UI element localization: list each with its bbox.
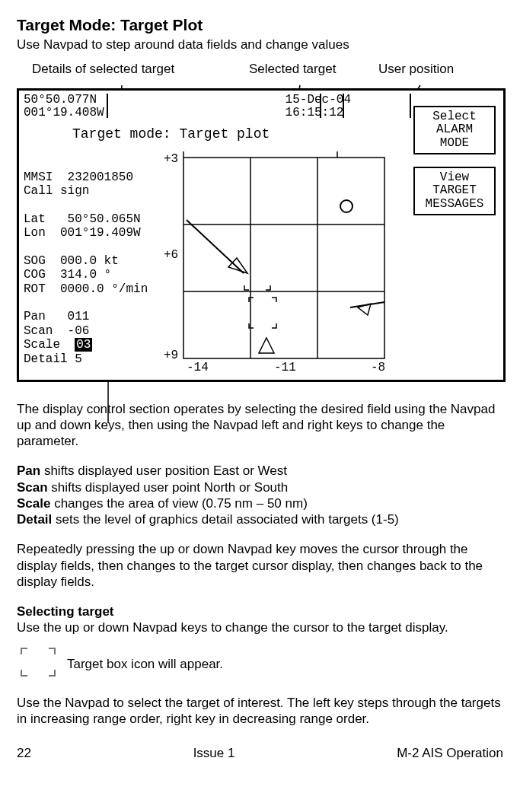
- screen-mode-title: Target mode: Target plot: [72, 126, 270, 143]
- xlabel: -11: [274, 361, 296, 372]
- selected-target-bracket-icon: [249, 298, 276, 328]
- paragraph: The display control section operates by …: [17, 401, 503, 450]
- scan-term: Scan: [17, 480, 48, 495]
- paragraph: Use the up or down Navpad keys to change…: [17, 619, 503, 635]
- divider: [107, 94, 108, 118]
- svg-rect-4: [183, 158, 384, 358]
- paragraph: Use the Navpad to select the target of i…: [17, 695, 503, 728]
- scale-label: Scale: [24, 338, 75, 352]
- view-target-messages-button[interactable]: View TARGET MESSAGES: [413, 167, 496, 216]
- callout-row: Details of selected target Selected targ…: [17, 61, 503, 84]
- target-plot-area: +3 +6 +9 -14 -11 -8: [164, 151, 392, 365]
- target-vessel-icon: [228, 258, 247, 273]
- scale-line[interactable]: Scale 03: [24, 338, 92, 352]
- device-screen: 50°50.077N 001°19.408W 15-Dec-04 16:15:1…: [17, 88, 506, 382]
- issue-number: Issue 1: [193, 745, 235, 761]
- definitions-block: Pan shifts displayed user position East …: [17, 463, 503, 527]
- ylabel: +3: [164, 152, 178, 166]
- plot-svg: +3 +6 +9 -14 -11 -8: [164, 151, 392, 372]
- screen-datetime: 15-Dec-04 16:15:12: [286, 94, 351, 120]
- page-number: 22: [17, 745, 31, 761]
- page-subtitle: Use Navpad to step around data fields an…: [17, 37, 503, 53]
- sog-line: SOG 000.0 kt: [24, 254, 119, 268]
- screen-container: 50°50.077N 001°19.408W 15-Dec-04 16:15:1…: [17, 88, 503, 382]
- rot-line: ROT 0000.0 °/min: [24, 282, 148, 296]
- target-details-panel: MMSI 232001850 Call sign Lat 50°50.065N …: [24, 170, 148, 366]
- callout-selected: Selected target: [249, 61, 336, 77]
- detail-desc: sets the level of graphics detail associ…: [52, 512, 398, 527]
- scan-line[interactable]: Scan -06: [24, 324, 89, 338]
- target-lon-line: Lon 001°19.409W: [24, 226, 141, 240]
- user-position-icon: [340, 200, 353, 212]
- target-lat-line: Lat 50°50.065N: [24, 212, 141, 226]
- target-vessel-icon: [259, 338, 274, 353]
- xlabel: -8: [371, 361, 385, 372]
- screen-position: 50°50.077N 001°19.408W: [24, 94, 104, 120]
- page-title: Target Mode: Target Plot: [17, 15, 503, 35]
- paragraph: Repeatedly pressing the up or down Navpa…: [17, 541, 503, 590]
- xlabel: -14: [187, 361, 209, 372]
- callout-user: User position: [378, 61, 454, 77]
- detail-line[interactable]: Detail 5: [24, 352, 82, 366]
- pan-term: Pan: [17, 463, 40, 478]
- bracket-icon: [244, 285, 270, 290]
- select-alarm-mode-button[interactable]: Select ALARM MODE: [413, 106, 496, 155]
- scale-desc: changes the area of view (0.75 nm – 50 n…: [50, 496, 307, 511]
- ylabel: +6: [164, 248, 178, 262]
- time-value: 16:15:12: [286, 106, 344, 119]
- scale-value-selected[interactable]: 03: [75, 338, 92, 352]
- divider: [410, 94, 411, 118]
- doc-title: M-2 AIS Operation: [397, 745, 503, 761]
- pan-line[interactable]: Pan 011: [24, 310, 89, 323]
- target-box-icon: [17, 644, 59, 684]
- target-box-caption: Target box icon will appear.: [67, 656, 223, 672]
- subsection: Selecting target Use the up or down Navp…: [17, 603, 503, 636]
- lon-value: 001°19.408W: [24, 106, 104, 119]
- callsign-line: Call sign: [24, 184, 89, 198]
- pan-desc: shifts displayed user position East or W…: [40, 463, 287, 478]
- callout-details: Details of selected target: [32, 61, 174, 77]
- lat-value: 50°50.077N: [24, 93, 97, 107]
- cog-line: COG 314.0 °: [24, 268, 111, 282]
- date-value: 15-Dec-04: [286, 93, 351, 107]
- ylabel: +9: [164, 349, 178, 362]
- track-line: [187, 220, 244, 273]
- mmsi-line: MMSI 232001850: [24, 170, 133, 184]
- subsection-title: Selecting target: [17, 603, 503, 619]
- target-box-row: Target box icon will appear.: [17, 644, 503, 684]
- scan-desc: shifts displayed user point North or Sou…: [48, 480, 289, 495]
- detail-term: Detail: [17, 512, 52, 527]
- scale-term: Scale: [17, 496, 50, 511]
- page-footer: 22 Issue 1 M-2 AIS Operation: [17, 745, 503, 761]
